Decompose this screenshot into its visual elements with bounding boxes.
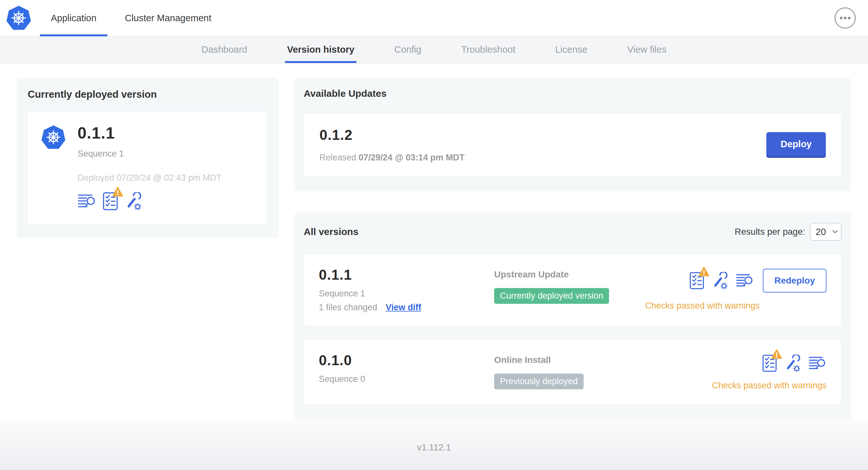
preflight-checks-icon[interactable]	[103, 192, 118, 210]
edit-config-icon-glyph	[125, 192, 143, 210]
subtab-view-files[interactable]: View files	[608, 36, 687, 63]
logs-icon-glyph	[736, 273, 754, 288]
admin-console-page: Application Cluster Management Dashboard…	[0, 0, 868, 470]
row-icons	[689, 272, 754, 290]
currently-deployed-badge: Currently deployed version	[494, 288, 609, 304]
row-files-row: 1 files changed View diff	[319, 303, 494, 312]
version-row-middle: Online Install Previously deployed	[494, 352, 712, 389]
current-version-row: 0.1.1 Sequence 1 Deployed 07/29/24 @ 02:…	[41, 124, 254, 210]
current-version-details: 0.1.1 Sequence 1 Deployed 07/29/24 @ 02:…	[78, 124, 222, 210]
logs-icon[interactable]	[736, 273, 754, 288]
results-per-page-label: Results per page:	[735, 227, 805, 237]
subtab-dashboard[interactable]: Dashboard	[181, 36, 267, 63]
kubernetes-app-icon	[41, 125, 66, 150]
right-column: Available Updates 0.1.2 Released 07/29/2…	[294, 78, 851, 420]
version-row-left: 0.1.0 Sequence 0	[319, 352, 494, 384]
row-version-number: 0.1.0	[319, 352, 494, 368]
all-versions-card: All versions Results per page: 20	[294, 212, 851, 420]
subtab-config[interactable]: Config	[374, 36, 441, 63]
left-column: Currently deployed version 0.1.1 Sequenc…	[17, 78, 279, 238]
overflow-menu-icon	[834, 7, 857, 29]
logs-icon[interactable]	[78, 194, 96, 209]
available-update-released: Released 07/29/24 @ 03:14 pm MDT	[319, 153, 465, 163]
warning-triangle-icon	[112, 187, 123, 197]
available-update-details: 0.1.2 Released 07/29/24 @ 03:14 pm MDT	[319, 127, 465, 163]
current-version-icons	[78, 192, 222, 210]
version-row-0-1-0: 0.1.0 Sequence 0 Online Install Previous…	[304, 339, 842, 404]
edit-config-icon-glyph	[711, 272, 729, 289]
logs-icon-glyph	[78, 194, 96, 209]
tab-application[interactable]: Application	[37, 0, 111, 36]
all-versions-header: All versions Results per page: 20	[304, 223, 842, 241]
subtab-troubleshoot-label: Troubleshoot	[461, 44, 516, 55]
preflight-checks-icon[interactable]	[689, 272, 704, 290]
edit-config-icon[interactable]	[784, 355, 801, 372]
available-update-row: 0.1.2 Released 07/29/24 @ 03:14 pm MDT D…	[304, 113, 842, 176]
row-actions	[762, 354, 827, 372]
checks-status[interactable]: Checks passed with warnings	[712, 381, 827, 391]
subtab-license[interactable]: License	[535, 36, 608, 63]
current-version-number: 0.1.1	[78, 124, 222, 142]
top-nav: Application Cluster Management	[0, 0, 868, 36]
subtab-dashboard-label: Dashboard	[202, 44, 247, 55]
subtab-view-files-label: View files	[627, 44, 666, 55]
current-version-title: Currently deployed version	[28, 89, 268, 100]
version-row-0-1-1: 0.1.1 Sequence 1 1 files changed View di…	[304, 254, 842, 326]
checks-status[interactable]: Checks passed with warnings	[645, 301, 760, 311]
tab-cluster-management[interactable]: Cluster Management	[111, 0, 225, 36]
released-prefix: Released	[319, 153, 356, 162]
current-version-card: Currently deployed version 0.1.1 Sequenc…	[17, 78, 279, 238]
tab-application-label: Application	[51, 13, 96, 24]
edit-config-icon[interactable]	[125, 192, 143, 210]
row-files-changed: 1 files changed	[319, 303, 377, 312]
console-version: v1.112.1	[417, 442, 451, 452]
subtab-config-label: Config	[395, 44, 422, 55]
top-nav-tabs: Application Cluster Management	[37, 0, 225, 36]
row-actions: Redeploy	[689, 269, 827, 293]
released-date: 07/29/24 @ 03:14 pm MDT	[359, 153, 465, 162]
view-diff-link[interactable]: View diff	[386, 303, 422, 312]
all-versions-title: All versions	[304, 226, 359, 237]
current-version-deployed-date: Deployed 07/29/24 @ 02:43 pm MDT	[78, 173, 222, 183]
sub-nav: Dashboard Version history Config Trouble…	[0, 36, 868, 63]
logs-icon-glyph	[808, 356, 827, 371]
edit-config-icon-glyph	[784, 355, 801, 372]
results-per-page-select-wrap: 20	[810, 223, 842, 241]
subtab-version-history[interactable]: Version history	[267, 36, 374, 63]
row-source: Upstream Update	[494, 269, 645, 280]
kubernetes-logo-icon	[6, 5, 32, 31]
current-version-inner-card: 0.1.1 Sequence 1 Deployed 07/29/24 @ 02:…	[28, 111, 268, 224]
available-updates-card: Available Updates 0.1.2 Released 07/29/2…	[294, 78, 851, 191]
preflight-checks-icon[interactable]	[762, 354, 777, 372]
results-per-page: Results per page: 20	[735, 223, 842, 241]
edit-config-icon[interactable]	[711, 272, 729, 289]
results-per-page-select[interactable]: 20	[810, 223, 842, 241]
warning-triangle-icon	[771, 349, 782, 360]
row-sequence: Sequence 0	[319, 374, 494, 384]
row-icons	[762, 354, 827, 372]
current-version-sequence: Sequence 1	[78, 149, 222, 159]
redeploy-button[interactable]: Redeploy	[763, 269, 827, 293]
deploy-button[interactable]: Deploy	[766, 132, 826, 158]
logs-icon[interactable]	[808, 356, 827, 371]
version-row-left: 0.1.1 Sequence 1 1 files changed View di…	[319, 267, 494, 312]
main-content: Currently deployed version 0.1.1 Sequenc…	[0, 63, 868, 420]
version-row-middle: Upstream Update Currently deployed versi…	[494, 267, 645, 304]
overflow-menu-button[interactable]	[834, 7, 857, 29]
warning-triangle-icon	[699, 267, 709, 277]
row-sequence: Sequence 1	[319, 289, 494, 299]
version-row-right: Checks passed with warnings	[712, 352, 827, 391]
tab-cluster-management-label: Cluster Management	[125, 13, 211, 24]
version-row-right: Redeploy Checks passed with warnings	[645, 267, 827, 311]
subtab-version-history-label: Version history	[287, 44, 354, 55]
available-update-version: 0.1.2	[319, 127, 465, 143]
subtab-troubleshoot[interactable]: Troubleshoot	[441, 36, 535, 63]
previously-deployed-badge: Previously deployed	[494, 374, 584, 389]
footer: v1.112.1	[0, 420, 868, 470]
row-source: Online Install	[494, 355, 712, 365]
available-updates-title: Available Updates	[304, 88, 842, 99]
row-version-number: 0.1.1	[319, 267, 494, 283]
subtab-license-label: License	[555, 44, 587, 55]
